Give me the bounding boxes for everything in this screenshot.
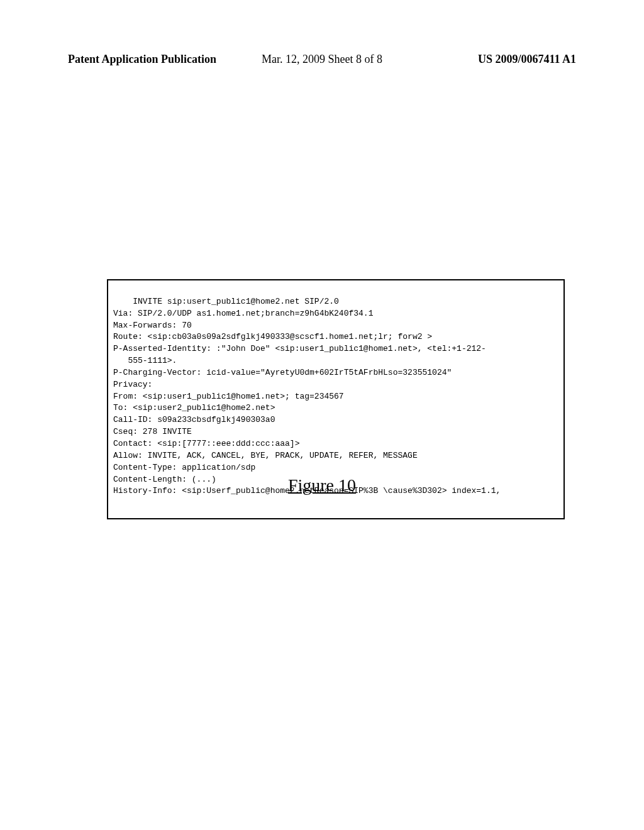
header-left-text: Patent Application Publication: [68, 53, 216, 66]
header-middle-text: Mar. 12, 2009 Sheet 8 of 8: [262, 53, 382, 66]
sip-invite-message-text: INVITE sip:usert_public1@home2.net SIP/2…: [113, 297, 501, 496]
figure-label: Figure 10: [288, 475, 356, 495]
page-header: Patent Application Publication Mar. 12, …: [68, 53, 576, 66]
header-right-text: US 2009/0067411 A1: [478, 53, 576, 66]
page-container: Patent Application Publication Mar. 12, …: [0, 0, 644, 830]
